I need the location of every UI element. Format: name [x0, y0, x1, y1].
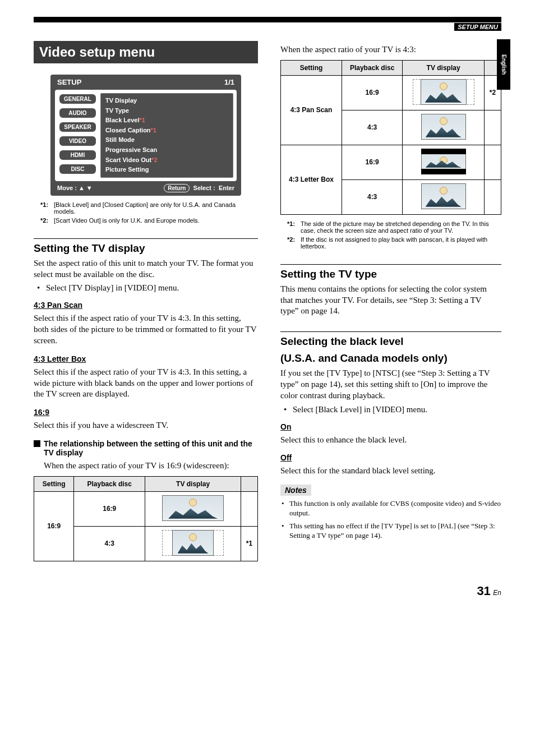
- menu-item[interactable]: Closed Caption*1: [105, 126, 228, 136]
- page: SETUP MENU English Video setup menu SETU…: [0, 0, 535, 621]
- sub-heading: The relationship between the setting of …: [34, 439, 258, 457]
- cell-setting: 16:9: [34, 491, 74, 561]
- paragraph: If you set the [TV Type] to [NTSC] (see …: [280, 368, 501, 401]
- cell-setting: 4:3 Letter Box: [281, 145, 342, 214]
- cell-disc: 16:9: [74, 491, 145, 526]
- paragraph: Select this for the standard black level…: [280, 465, 501, 477]
- paragraph: Select this if the aspect ratio of your …: [34, 367, 258, 400]
- left-column: Video setup menu SETUP 1/1 GENERAL AUDIO…: [34, 41, 258, 561]
- paragraph: When the aspect ratio of your TV is 16:9…: [44, 460, 258, 472]
- paragraph: When the aspect ratio of your TV is 4:3:: [280, 44, 501, 56]
- cell-setting: 4:3 Pan Scan: [281, 75, 342, 145]
- tab-hdmi[interactable]: HDMI: [58, 149, 97, 161]
- top-bar: [34, 17, 501, 22]
- paragraph: Select this if you have a widescreen TV.: [34, 420, 258, 431]
- aspect-table-43: Setting Playback disc TV display 4:3 Pan…: [280, 60, 501, 215]
- list-item: This function is only available for CVBS…: [280, 499, 501, 518]
- chapter-title: Video setup menu: [34, 41, 258, 63]
- section-heading: (U.S.A. and Canada models only): [280, 352, 501, 365]
- footer-select: Select :: [193, 185, 215, 191]
- return-button[interactable]: Return: [164, 184, 190, 192]
- cell-note: [241, 491, 258, 526]
- cell-disc: 4:3: [342, 179, 403, 214]
- menu-item[interactable]: Black Level*1: [105, 116, 228, 126]
- cell-note: [485, 145, 501, 179]
- th-display: TV display: [403, 60, 485, 75]
- footnote: *2:[Scart Video Out] is only for U.K. an…: [40, 217, 258, 224]
- header-setup-menu: SETUP MENU: [454, 23, 501, 31]
- th-disc: Playback disc: [74, 476, 145, 491]
- page-number: 31 En: [34, 584, 501, 598]
- setup-page: 1/1: [224, 78, 234, 86]
- menu-item[interactable]: Still Mode: [105, 135, 228, 145]
- list-item: This setting has no effect if the [TV Ty…: [280, 522, 501, 541]
- menu-item[interactable]: Scart Video Out*2: [105, 155, 228, 165]
- cell-note: [485, 110, 501, 145]
- cell-image: [403, 75, 485, 110]
- th-display: TV display: [145, 476, 241, 491]
- tab-video[interactable]: VIDEO: [58, 135, 97, 147]
- footnote: *2:If the disc is not assigned to play b…: [287, 236, 501, 250]
- language-tab: English: [497, 39, 510, 90]
- menu-item[interactable]: Picture Setting: [105, 165, 228, 175]
- paragraph: Select this to enhance the black level.: [280, 435, 501, 446]
- cell-disc: 4:3: [74, 526, 145, 561]
- cell-image: [403, 179, 485, 214]
- cell-image: [403, 145, 485, 179]
- cell-disc: 4:3: [342, 110, 403, 145]
- tab-general[interactable]: GENERAL: [58, 93, 97, 105]
- tab-audio[interactable]: AUDIO: [58, 107, 97, 119]
- notes-label: Notes: [280, 485, 311, 496]
- footnote: *1:The side of the picture may be stretc…: [287, 220, 501, 234]
- menu-list: TV Display TV Type Black Level*1 Closed …: [100, 93, 233, 178]
- cell-image: [403, 110, 485, 145]
- menu-item[interactable]: TV Type: [105, 106, 228, 116]
- section-heading: Selecting the black level: [280, 331, 501, 348]
- option-heading: Off: [280, 453, 501, 462]
- option-heading: 4:3 Pan Scan: [34, 301, 258, 310]
- section-heading: Setting the TV type: [280, 264, 501, 280]
- right-column: When the aspect ratio of your TV is 4:3:…: [280, 41, 501, 561]
- cell-note: *1: [241, 526, 258, 561]
- th-setting: Setting: [281, 60, 342, 75]
- menu-item[interactable]: Progressive Scan: [105, 145, 228, 155]
- tab-disc[interactable]: DISC: [58, 163, 97, 175]
- paragraph: This menu contains the options for selec…: [280, 284, 501, 317]
- setup-panel: SETUP 1/1 GENERAL AUDIO SPEAKER VIDEO HD…: [50, 75, 241, 196]
- paragraph: Set the aspect ratio of this unit to mat…: [34, 258, 258, 280]
- section-heading: Setting the TV display: [34, 238, 258, 255]
- footnote: *1:[Black Level] and [Closed Caption] ar…: [40, 201, 258, 215]
- th-note: [241, 476, 258, 491]
- option-heading: 16:9: [34, 408, 258, 417]
- setup-title: SETUP: [57, 78, 81, 86]
- cell-image: [145, 491, 241, 526]
- cell-disc: 16:9: [342, 75, 403, 110]
- cell-disc: 16:9: [342, 145, 403, 179]
- aspect-table-169: Setting Playback disc TV display 16:9 16…: [34, 476, 258, 561]
- tab-speaker[interactable]: SPEAKER: [58, 121, 97, 133]
- list-item: Select [Black Level] in [VIDEO] menu.: [280, 405, 501, 414]
- paragraph: Select this if the aspect ratio of your …: [34, 313, 258, 346]
- option-heading: 4:3 Letter Box: [34, 354, 258, 363]
- option-heading: On: [280, 422, 501, 431]
- list-item: Select [TV Display] in [VIDEO] menu.: [34, 283, 258, 293]
- menu-item[interactable]: TV Display: [105, 96, 228, 106]
- footer-move: Move : ▲ ▼: [57, 185, 93, 191]
- th-setting: Setting: [34, 476, 74, 491]
- cell-image: [145, 526, 241, 561]
- footer-enter: Enter: [219, 185, 234, 191]
- cell-note: [485, 179, 501, 214]
- th-disc: Playback disc: [342, 60, 403, 75]
